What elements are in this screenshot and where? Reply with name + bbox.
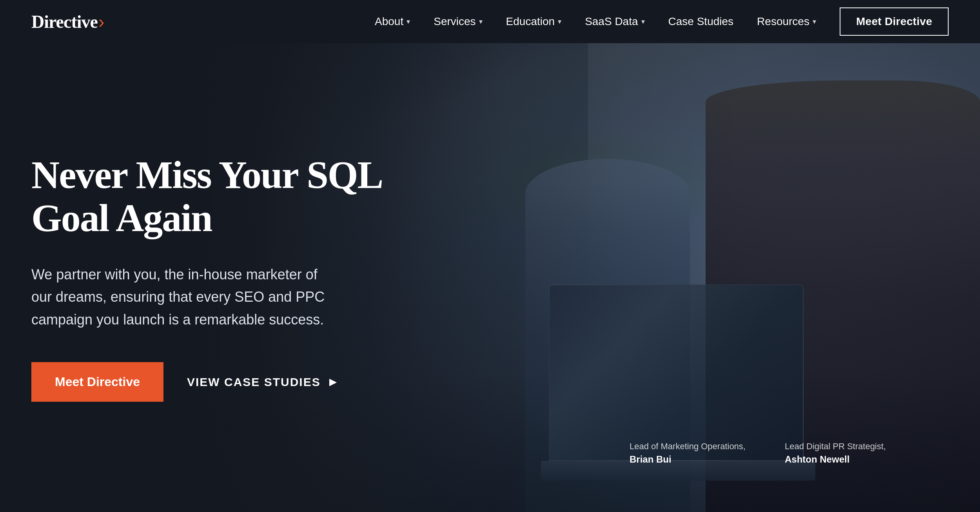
view-case-studies-label: VIEW CASE STUDIES [187,375,321,389]
nav-item-case-studies[interactable]: Case Studies [668,15,734,28]
view-case-studies-link[interactable]: VIEW CASE STUDIES ► [187,375,339,389]
chevron-down-icon: ▾ [407,17,410,26]
attribution-role-2: Lead Digital PR Strategist, [785,441,886,452]
nav-services-label: Services [434,15,475,28]
nav-saas-label: SaaS Data [585,15,638,28]
attribution-role-1: Lead of Marketing Operations, [630,441,746,452]
hero-subtext: We partner with you, the in-house market… [31,263,329,331]
attribution-name-2: Ashton Newell [785,454,886,465]
chevron-down-icon: ▾ [558,17,561,26]
hero-attribution: Lead of Marketing Operations, Brian Bui … [630,441,886,465]
chevron-down-icon: ▾ [641,17,645,26]
hero-buttons: Meet Directive VIEW CASE STUDIES ► [31,362,459,402]
nav-links: About ▾ Services ▾ Education ▾ SaaS Data… [375,7,949,36]
logo[interactable]: Directive › [31,11,104,32]
hero-content: Never Miss Your SQL Goal Again We partne… [0,43,490,512]
attribution-name-1: Brian Bui [630,454,746,465]
meet-directive-hero-button[interactable]: Meet Directive [31,362,163,402]
attribution-brian-bui: Lead of Marketing Operations, Brian Bui [630,441,746,465]
attribution-ashton-newell: Lead Digital PR Strategist, Ashton Newel… [785,441,886,465]
navbar: Directive › About ▾ Services ▾ Education… [0,0,980,43]
nav-case-studies-label: Case Studies [668,15,734,28]
chevron-down-icon: ▾ [813,17,816,26]
nav-resources-label: Resources [757,15,809,28]
nav-item-saas-data[interactable]: SaaS Data ▾ [585,15,644,28]
arrow-right-icon: ► [327,375,339,389]
nav-item-about[interactable]: About ▾ [375,15,410,28]
meet-directive-nav-button[interactable]: Meet Directive [840,7,949,36]
nav-item-education[interactable]: Education ▾ [506,15,562,28]
logo-arrow: › [98,11,104,32]
chevron-down-icon: ▾ [479,17,483,26]
nav-education-label: Education [506,15,555,28]
nav-item-services[interactable]: Services ▾ [434,15,482,28]
logo-text: Directive [31,11,98,32]
nav-item-resources[interactable]: Resources ▾ [757,15,816,28]
hero-section: Never Miss Your SQL Goal Again We partne… [0,43,980,512]
nav-about-label: About [375,15,403,28]
hero-headline: Never Miss Your SQL Goal Again [31,153,384,240]
